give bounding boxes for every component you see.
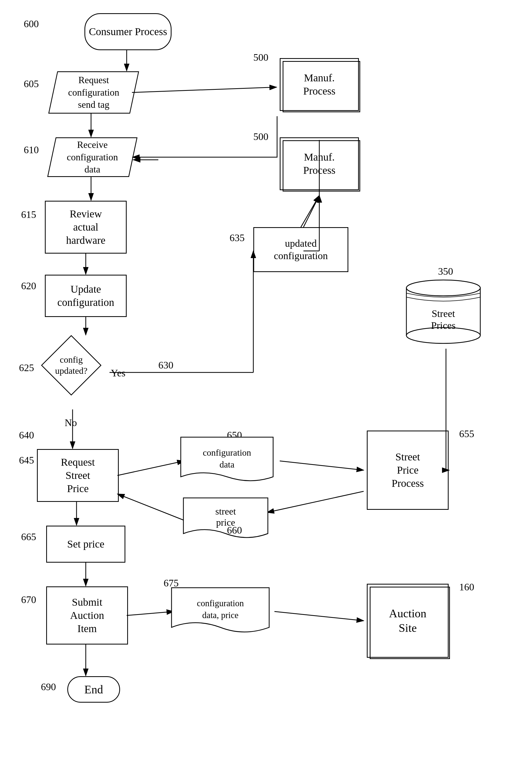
set-price: Set price xyxy=(46,526,125,562)
label-635: 635 xyxy=(230,232,245,244)
end-shape: End xyxy=(67,676,120,703)
no-label: No xyxy=(65,417,77,428)
label-500-1: 500 xyxy=(253,51,268,63)
request-config-shape: Requestconfigurationsend tag xyxy=(53,71,135,113)
manuf-process-1: Manuf.Process xyxy=(280,58,359,111)
label-615: 615 xyxy=(21,209,36,220)
svg-line-4 xyxy=(132,87,277,92)
svg-line-14 xyxy=(280,461,364,470)
label-500-2: 500 xyxy=(253,131,268,142)
label-625: 625 xyxy=(19,362,34,374)
label-640: 640 xyxy=(19,429,34,441)
svg-line-22 xyxy=(274,612,364,621)
request-street-price: RequestStreetPrice xyxy=(37,449,119,502)
label-690: 690 xyxy=(41,681,56,693)
svg-line-17 xyxy=(267,491,364,512)
auction-site: AuctionSite xyxy=(367,584,449,658)
label-670: 670 xyxy=(21,594,36,606)
svg-text:Street: Street xyxy=(432,308,455,319)
updated-config: updatedconfiguration xyxy=(253,227,348,272)
label-660: 660 xyxy=(227,524,242,536)
review-hardware: Reviewactualhardware xyxy=(45,201,127,254)
config-data-price-doc: configuration data, price xyxy=(170,587,270,633)
consumer-process: Consumer Process xyxy=(84,13,172,50)
config-updated-diamond: configupdated? xyxy=(41,335,102,396)
receive-config-shape: Receiveconfigurationdata xyxy=(51,137,133,177)
svg-text:data: data xyxy=(220,460,235,469)
street-price-doc: street price xyxy=(182,496,269,539)
label-605: 605 xyxy=(24,78,39,89)
label-160: 160 xyxy=(459,581,474,593)
yes-label: Yes xyxy=(111,367,125,379)
label-610: 610 xyxy=(24,144,39,155)
label-665: 665 xyxy=(21,531,36,542)
street-price-process: StreetPriceProcess xyxy=(367,431,449,510)
label-620: 620 xyxy=(21,280,36,292)
svg-text:Prices: Prices xyxy=(431,320,456,331)
svg-line-18 xyxy=(117,494,184,520)
label-630: 630 xyxy=(158,359,173,371)
update-config: Updateconfiguration xyxy=(45,275,127,317)
svg-text:configuration: configuration xyxy=(203,448,251,457)
submit-auction: SubmitAuctionItem xyxy=(46,587,128,645)
svg-line-13 xyxy=(117,461,184,475)
manuf-process-2: Manuf.Process xyxy=(280,137,359,190)
svg-line-21 xyxy=(127,612,174,616)
svg-text:data, price: data, price xyxy=(202,611,238,620)
street-prices-db: Street Prices xyxy=(404,275,483,349)
flowchart-diagram: 600 Consumer Process 605 Requestconfigur… xyxy=(0,0,532,775)
svg-line-10 xyxy=(303,196,319,227)
svg-text:street: street xyxy=(215,506,236,517)
label-655: 655 xyxy=(459,428,474,439)
config-data-doc: configuration data xyxy=(179,436,274,481)
label-600: 600 xyxy=(24,18,39,30)
svg-line-40 xyxy=(301,196,319,227)
label-645: 645 xyxy=(19,454,34,466)
svg-text:configuration: configuration xyxy=(197,599,244,608)
